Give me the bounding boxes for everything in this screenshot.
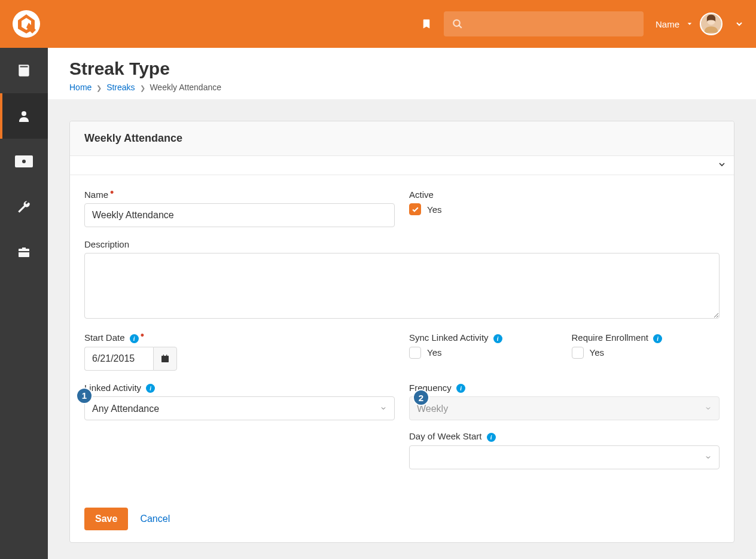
breadcrumb-home[interactable]: Home — [69, 83, 92, 92]
frequency-select: Weekly — [409, 396, 720, 420]
content: Streak Type Home ❯ Streaks ❯ Weekly Atte… — [48, 48, 756, 559]
sync-linked-checkbox-label: Yes — [427, 347, 441, 358]
chevron-down-icon — [717, 160, 727, 169]
callout-2: 2 — [413, 389, 429, 406]
require-enrollment-checkbox-label: Yes — [590, 347, 604, 358]
sidebar-item-person[interactable] — [0, 93, 48, 139]
search-box[interactable] — [444, 11, 644, 36]
page-header: Streak Type Home ❯ Streaks ❯ Weekly Atte… — [48, 48, 756, 99]
sidebar-item-money[interactable] — [0, 139, 48, 184]
cancel-button[interactable]: Cancel — [140, 514, 170, 524]
required-indicator: • — [110, 187, 114, 198]
callout-1: 1 — [76, 387, 93, 404]
day-of-week-label: Day of Week Start i — [409, 431, 720, 442]
active-checkbox[interactable] — [409, 203, 421, 215]
panel-title: Weekly Attendance — [84, 132, 720, 145]
user-menu[interactable]: Name — [656, 13, 744, 35]
briefcase-icon — [16, 245, 32, 259]
info-icon[interactable]: i — [493, 334, 502, 343]
user-name-label: Name — [656, 19, 679, 29]
sidebar — [0, 48, 48, 559]
money-icon — [15, 155, 33, 167]
start-date-label: Start Date i• — [84, 332, 395, 343]
svg-point-5 — [22, 111, 26, 116]
info-icon[interactable]: i — [487, 433, 496, 442]
sidebar-item-book[interactable] — [0, 48, 48, 93]
frequency-label: Frequency i 2 — [409, 383, 720, 393]
svg-point-7 — [22, 159, 26, 164]
panel-header: Weekly Attendance — [70, 121, 734, 156]
svg-point-1 — [453, 20, 460, 26]
svg-line-2 — [459, 25, 462, 28]
logo — [12, 10, 41, 38]
info-icon[interactable]: i — [653, 334, 662, 343]
require-enrollment-checkbox[interactable] — [572, 347, 584, 359]
check-icon — [411, 206, 419, 213]
search-input[interactable] — [469, 19, 635, 29]
panel: Weekly Attendance Name• Active — [69, 121, 734, 543]
caret-down-icon — [687, 21, 693, 27]
person-icon — [17, 109, 31, 123]
breadcrumb: Home ❯ Streaks ❯ Weekly Attendance — [69, 83, 734, 92]
start-date-input[interactable] — [84, 347, 153, 371]
info-icon[interactable]: i — [130, 334, 139, 343]
page-title: Streak Type — [69, 59, 734, 79]
breadcrumb-streaks[interactable]: Streaks — [106, 83, 135, 92]
svg-rect-9 — [161, 356, 169, 358]
description-input[interactable] — [84, 253, 720, 319]
breadcrumb-current: Weekly Attendance — [150, 83, 221, 92]
chevron-down-icon[interactable] — [734, 19, 744, 29]
active-checkbox-label: Yes — [427, 204, 441, 215]
bookmark-icon[interactable] — [421, 17, 432, 30]
calendar-icon — [160, 354, 170, 363]
require-enrollment-label: Require Enrollment i — [572, 332, 720, 343]
sync-linked-label: Sync Linked Activity i — [409, 332, 557, 343]
description-label: Description — [84, 239, 720, 249]
save-button[interactable]: Save — [84, 508, 128, 530]
book-icon — [16, 63, 32, 78]
info-icon[interactable]: i — [146, 384, 155, 393]
svg-point-0 — [13, 10, 40, 38]
panel-footer: Save Cancel — [70, 496, 734, 542]
avatar[interactable] — [700, 13, 723, 35]
name-label: Name• — [84, 190, 395, 200]
day-of-week-select[interactable] — [409, 445, 720, 469]
active-label: Active — [409, 190, 720, 200]
panel-collapse-toggle[interactable] — [70, 156, 734, 175]
date-picker-button[interactable] — [153, 347, 177, 371]
top-bar: Name — [0, 0, 756, 48]
sidebar-item-wrench[interactable] — [0, 184, 48, 230]
sidebar-item-briefcase[interactable] — [0, 230, 48, 275]
linked-activity-label: Linked Activity i — [84, 383, 395, 393]
chevron-right-icon: ❯ — [96, 84, 102, 91]
wrench-icon — [16, 199, 32, 215]
info-icon[interactable]: i — [456, 384, 465, 393]
linked-activity-select[interactable]: Any Attendance — [84, 396, 395, 420]
required-indicator: • — [141, 329, 144, 341]
search-icon — [452, 19, 463, 29]
name-input[interactable] — [84, 203, 395, 227]
sync-linked-checkbox[interactable] — [409, 347, 421, 359]
chevron-right-icon: ❯ — [140, 84, 145, 91]
